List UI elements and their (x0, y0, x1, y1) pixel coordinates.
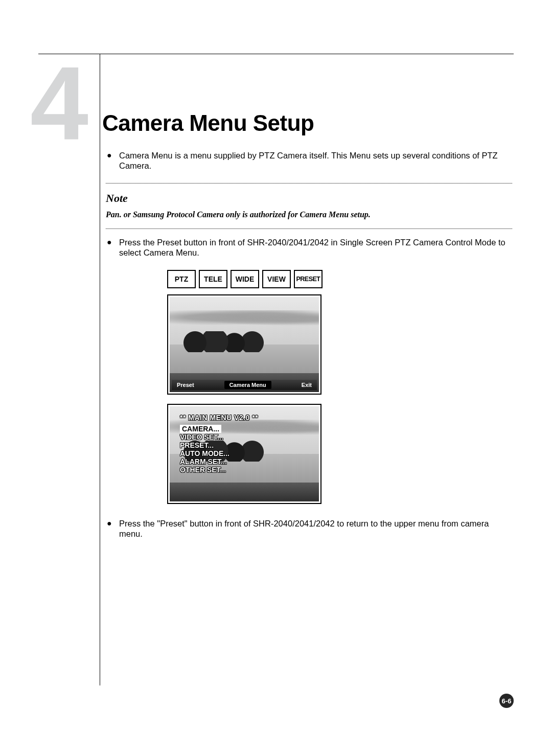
document-page: 4 Camera Menu Setup ● Camera Menu is a m… (38, 54, 514, 708)
osd-menu-heading: ** MAIN MENU V2.0 ** (180, 414, 258, 422)
page-number-badge: 6-6 (499, 694, 514, 708)
screenshot-ptz-mode: Preset Camera Menu Exit (167, 294, 321, 395)
content-area: ● Camera Menu is a menu supplied by PTZ … (106, 150, 512, 551)
camera-osd-menu: ** MAIN MENU V2.0 ** CAMERA... VIDEO SET… (180, 414, 258, 474)
bottom-bar-right[interactable]: Exit (302, 382, 312, 388)
ptz-button[interactable]: PTZ (167, 270, 196, 288)
bullet-item: ● Press the Preset button in front of SH… (106, 237, 512, 258)
screenshot-bottom-bar: Preset Camera Menu Exit (172, 380, 317, 390)
bullet-dot-icon: ● (106, 518, 119, 539)
bullet-text: Camera Menu is a menu supplied by PTZ Ca… (119, 150, 512, 171)
bullet-text: Press the Preset button in front of SHR-… (119, 237, 512, 258)
osd-menu-item-auto-mode[interactable]: AUTO MODE... (180, 449, 229, 457)
figure-group: PTZ TELE WIDE VIEW PRESET Preset Camera … (167, 270, 512, 504)
bullet-item: ● Camera Menu is a menu supplied by PTZ … (106, 150, 512, 171)
button-row: PTZ TELE WIDE VIEW PRESET (167, 270, 512, 288)
osd-menu-item-other-set[interactable]: OTHER SET... (180, 466, 226, 474)
view-button[interactable]: VIEW (262, 270, 291, 288)
trees-area (179, 331, 268, 352)
vertical-divider (100, 54, 100, 685)
dotted-divider (106, 228, 512, 229)
wide-button[interactable]: WIDE (231, 270, 259, 288)
screenshot-main-menu: ** MAIN MENU V2.0 ** CAMERA... VIDEO SET… (167, 404, 321, 504)
bottom-bar-left[interactable]: Preset (177, 382, 194, 388)
tele-button[interactable]: TELE (199, 270, 227, 288)
clouds-area (170, 310, 319, 327)
note-body: Pan. or Samsung Protocol Camera only is … (106, 210, 512, 219)
osd-menu-item-alarm-set[interactable]: ALARM SET... (180, 457, 227, 466)
dotted-divider (106, 183, 512, 184)
grass-area (170, 483, 319, 501)
chapter-number-bg: 4 (30, 51, 85, 155)
page-title: Camera Menu Setup (102, 110, 314, 136)
bullet-text: Press the "Preset" button in front of SH… (119, 518, 512, 539)
bullet-dot-icon: ● (106, 237, 119, 258)
osd-menu-item-camera[interactable]: CAMERA... (180, 425, 221, 433)
osd-menu-item-preset[interactable]: PRESET... (180, 441, 214, 449)
bullet-item: ● Press the "Preset" button in front of … (106, 518, 512, 539)
bottom-bar-mid[interactable]: Camera Menu (224, 381, 271, 389)
osd-menu-item-video-set[interactable]: VIDEO SET... (180, 433, 223, 441)
bullet-dot-icon: ● (106, 150, 119, 171)
preset-button[interactable]: PRESET (294, 270, 323, 288)
note-heading: Note (106, 192, 512, 205)
